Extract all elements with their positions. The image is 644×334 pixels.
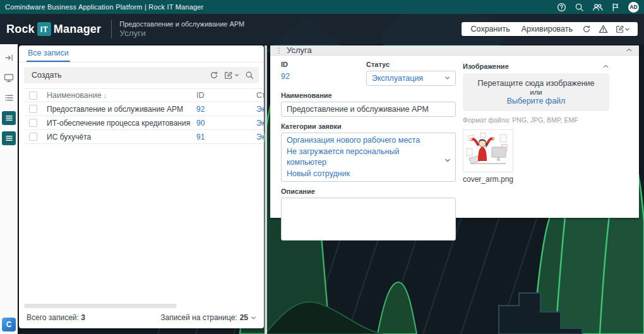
refresh-icon[interactable] — [210, 71, 218, 80]
breadcrumb[interactable]: Предоставление и обслуживание АРМ — [119, 20, 244, 28]
chevron-down-icon — [251, 315, 256, 321]
edit-menu-button[interactable] — [613, 25, 633, 33]
cell-name: ИС бухучёта — [43, 133, 193, 141]
sort-desc-icon: ↓ — [104, 92, 107, 99]
search-icon[interactable] — [245, 71, 254, 80]
sidebar-item-desktop[interactable] — [2, 71, 16, 85]
chevron-down-icon — [234, 73, 239, 78]
cell-name: Предоставление и обслуживание АРМ — [43, 105, 193, 114]
save-button[interactable]: Сохранить — [467, 25, 515, 33]
column-header-name[interactable]: Наименование↓ — [43, 91, 193, 100]
create-button[interactable]: Создать — [32, 71, 62, 80]
sidebar-expand-button[interactable] — [2, 51, 16, 64]
page-title: Услуги — [119, 28, 244, 38]
archive-button[interactable]: Архивировать — [517, 25, 577, 33]
list-footer: Всего записей: 3 Записей на странице: 25 — [19, 312, 264, 328]
collapse-panel-button[interactable] — [626, 45, 633, 55]
cell-status-link[interactable]: Эксплуатация — [253, 133, 264, 141]
cell-id-link[interactable]: 90 — [193, 119, 253, 128]
search-icon[interactable] — [575, 3, 584, 12]
flag-icon[interactable] — [611, 3, 620, 12]
image-label: Изображение — [463, 63, 509, 70]
list-icon — [4, 93, 14, 102]
hamburger-icon — [5, 114, 13, 122]
edit-menu-button[interactable] — [224, 71, 239, 80]
image-filename: cover_arm.png — [463, 175, 609, 184]
sidebar: C — [0, 44, 18, 334]
column-header-id[interactable]: ID — [193, 91, 253, 100]
table-header-row: Наименование↓ ID Статус — [24, 88, 264, 102]
list-panel: Все записи Создать — [19, 45, 264, 328]
topbar-icons: AD — [557, 2, 639, 13]
chevron-down-icon — [444, 74, 450, 83]
app-root: Comindware Business Application Platform… — [0, 0, 644, 334]
choose-file-link[interactable]: Выберите файл — [507, 97, 566, 105]
cell-status-link[interactable]: Эксплуатация — [253, 119, 264, 128]
id-label: ID — [281, 61, 366, 68]
file-format-hint: Формат файла: PNG, JPG, BMP, EMF — [463, 116, 609, 124]
app-logo[interactable]: Rock IT Manager — [6, 22, 101, 36]
drag-handle-icon[interactable]: ⋮ — [275, 46, 283, 55]
description-textarea[interactable] — [281, 198, 456, 241]
users-icon[interactable] — [592, 3, 603, 12]
topbar: Comindware Business Application Platform… — [0, 0, 644, 14]
table-row[interactable]: ИТ-обеспечение процесса кредитования физ… — [24, 116, 264, 130]
categories-label: Категории заявки — [281, 122, 456, 130]
topbar-title: Comindware Business Application Platform… — [5, 3, 203, 11]
warning-icon[interactable] — [596, 25, 611, 33]
cover-illustration — [464, 131, 512, 171]
chevron-down-icon — [444, 155, 451, 166]
total-records: Всего записей: 3 — [27, 313, 85, 322]
refresh-icon[interactable] — [580, 25, 593, 33]
list-tabs: Все записи — [19, 45, 264, 63]
status-label: Статус — [366, 61, 456, 68]
form-body: ID 92 Статус Эксплуатация На — [270, 56, 639, 241]
tab-all-records[interactable]: Все записи — [27, 45, 70, 62]
cell-id-link[interactable]: 92 — [193, 105, 253, 114]
category-link[interactable]: Не загружается персональный компьютер — [287, 146, 440, 169]
arrow-to-right-icon — [4, 53, 14, 63]
table-row[interactable]: ИС бухучёта 91 Эксплуатация — [24, 130, 264, 144]
horizontal-scrollbar[interactable] — [24, 304, 177, 308]
categories-multiselect[interactable]: Организация нового рабочего места Не заг… — [281, 133, 456, 182]
per-page-selector[interactable]: Записей на странице: 25 — [160, 313, 256, 322]
breadcrumb-block: Предоставление и обслуживание АРМ Услуги — [119, 20, 244, 38]
sidebar-item-records[interactable] — [2, 91, 16, 105]
help-icon[interactable] — [557, 3, 566, 12]
records-table: Наименование↓ ID Статус Предоставление и… — [24, 88, 264, 144]
category-link[interactable]: Организация нового рабочего места — [287, 135, 440, 146]
header: Rock IT Manager Предоставление и обслужи… — [0, 14, 644, 44]
avatar[interactable]: AD — [628, 2, 639, 13]
cell-status-link[interactable]: Эксплуатация — [253, 105, 264, 114]
name-input[interactable]: Предоставление и обслуживание АРМ — [281, 102, 456, 117]
comindware-logo[interactable]: C — [2, 318, 16, 331]
chevron-up-icon — [602, 63, 609, 69]
edit-icon — [224, 71, 233, 80]
logo-it-badge: IT — [37, 22, 51, 36]
panel-divider[interactable] — [265, 45, 267, 334]
image-dropzone[interactable]: Перетащите сюда изображение или Выберите… — [463, 73, 609, 111]
row-checkbox[interactable] — [29, 105, 37, 113]
category-link[interactable]: Новый сотрудник — [287, 169, 440, 180]
description-label: Описание — [281, 188, 456, 195]
form-panel: ⋮ Услуга ID 92 Статус Эксплуатация — [270, 45, 639, 218]
logo-text-rock: Rock — [6, 23, 35, 36]
chevron-up-icon — [626, 47, 633, 53]
sidebar-item-list-active-1[interactable] — [2, 111, 16, 125]
form-title: Услуга — [287, 45, 312, 55]
row-checkbox[interactable] — [29, 119, 37, 127]
cell-id-link[interactable]: 91 — [193, 133, 253, 141]
image-thumbnail[interactable] — [463, 129, 513, 172]
logo-text-manager: Manager — [54, 23, 101, 36]
collapse-image-section-button[interactable] — [602, 61, 609, 72]
id-value-link[interactable]: 92 — [281, 72, 366, 81]
cell-name: ИТ-обеспечение процесса кредитования физ… — [43, 119, 193, 128]
header-divider — [111, 20, 112, 39]
status-select[interactable]: Эксплуатация — [366, 71, 456, 86]
sidebar-item-list-active-2[interactable] — [2, 131, 16, 145]
select-all-checkbox[interactable] — [29, 92, 37, 100]
column-header-status[interactable]: Статус — [253, 91, 264, 100]
hamburger-icon — [5, 134, 13, 142]
row-checkbox[interactable] — [29, 133, 37, 141]
table-row[interactable]: Предоставление и обслуживание АРМ 92 Экс… — [24, 102, 264, 116]
